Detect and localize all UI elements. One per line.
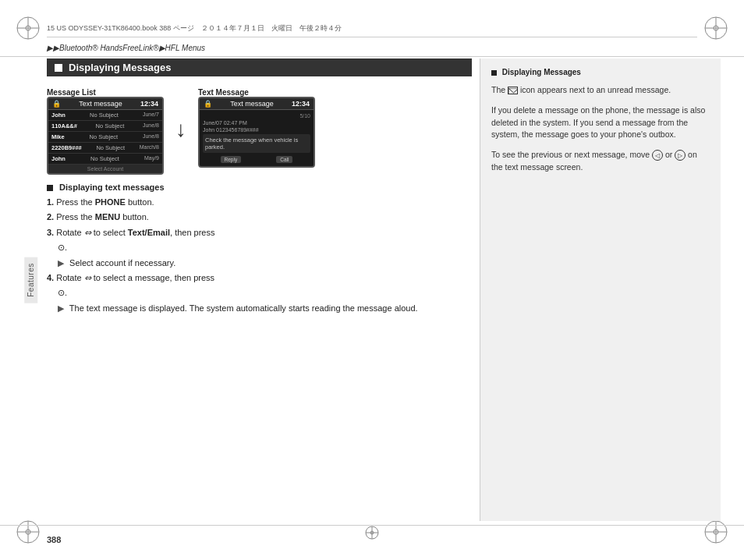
file-info: 15 US ODYSSEY-31TK86400.book 388 ページ ２０１…: [47, 23, 342, 34]
msg-content: Check the message when vehicle is parked…: [203, 134, 310, 153]
sidebar-label: Features: [24, 257, 37, 303]
corner-decoration-bl: [14, 518, 42, 546]
right-panel-para3: To see the previous or next message, mov…: [491, 149, 710, 174]
step-4b: ▶ The text message is displayed. The sys…: [47, 303, 472, 314]
reply-button-screen: Reply: [221, 156, 242, 163]
main-content: Displaying Messages Message List 🔒 Text …: [47, 58, 721, 521]
section-title: Displaying Messages: [69, 62, 172, 73]
steps-title-text: Displaying text messages: [59, 183, 165, 192]
section-header: Displaying Messages: [47, 58, 472, 76]
steps-bullet-icon: [47, 185, 53, 191]
arrow-down-icon: ↓: [175, 86, 186, 142]
step-3: 3. Rotate ⇔ to select Text/Email, then p…: [47, 227, 472, 239]
message-list-screen-container: Message List 🔒 Text message 12:34 John N…: [47, 86, 164, 175]
right-panel-title: Displaying Messages: [491, 66, 710, 78]
breadcrumb: ▶▶Bluetooth® HandsFreeLink®▶HFL Menus: [47, 44, 205, 52]
msg-progress: 5/10: [203, 113, 310, 119]
steps-area: Displaying text messages 1. Press the PH…: [47, 183, 472, 314]
msg-row-4: 2220B9### No Subject March/8: [48, 143, 162, 154]
step-4: 4. Rotate ⇔ to select a message, then pr…: [47, 272, 472, 284]
screen-time-text: 12:34: [292, 100, 310, 108]
header-square-icon: [55, 64, 62, 72]
left-dial-icon: ◁: [652, 150, 663, 161]
right-panel-title-text: Displaying Messages: [502, 68, 581, 76]
msg-row-3: Mike No Subject June/8: [48, 132, 162, 143]
text-message-screen-container: Text Message 🔒 Text message 12:34 5/10 J…: [198, 86, 315, 168]
corner-decoration-tr: [702, 14, 730, 42]
screen-footer-list: Select Account: [48, 165, 162, 173]
message-list-label: Message List: [47, 88, 164, 97]
call-button-screen: Call: [276, 156, 292, 163]
envelope-icon: [508, 87, 518, 94]
corner-decoration-br: [702, 518, 730, 546]
bottom-center-crosshair: [364, 525, 380, 543]
screen-title-list: Text message: [79, 100, 122, 108]
page-number: 388: [47, 535, 61, 544]
right-panel-para1: The icon appears next to an unread messa…: [491, 84, 710, 97]
screen-header-list: 🔒 Text message 12:34: [48, 98, 162, 110]
right-panel: Displaying Messages The icon appears nex…: [480, 58, 721, 521]
msg-row-5: John No Subject May/9: [48, 154, 162, 165]
screen-title-text: Text message: [230, 100, 274, 108]
top-meta-bar: 15 US ODYSSEY-31TK86400.book 388 ページ ２０１…: [47, 23, 697, 37]
corner-decoration-tl: [14, 14, 42, 42]
step-3a: ⊙.: [47, 242, 472, 253]
step-4a: ⊙.: [47, 287, 472, 299]
text-msg-body: 5/10 June/07 02:47 PM John 0123456789###…: [200, 110, 314, 166]
top-divider: [0, 56, 744, 57]
step-1: 1. Press the PHONE button.: [47, 197, 472, 208]
lock-icon-list: 🔒: [52, 100, 61, 108]
step-2: 2. Press the MENU button.: [47, 211, 472, 223]
msg-date: June/07 02:47 PM: [203, 120, 310, 126]
screens-area: Message List 🔒 Text message 12:34 John N…: [47, 86, 472, 175]
msg-row-2: 110A&&# No Subject June/8: [48, 121, 162, 132]
message-list-screen: 🔒 Text message 12:34 John No Subject Jun…: [47, 97, 164, 175]
screen-time-list: 12:34: [140, 100, 158, 108]
msg-from: John 0123456789####: [203, 127, 310, 133]
step-3b: ▶ Select account if necessary.: [47, 257, 472, 269]
msg-buttons: Reply Call: [203, 156, 310, 163]
left-panel: Displaying Messages Message List 🔒 Text …: [47, 58, 480, 521]
text-message-label: Text Message: [198, 88, 315, 97]
msg-row-1: John No Subject June/7: [48, 110, 162, 121]
right-panel-para2: If you delete a message on the phone, th…: [491, 105, 710, 141]
right-dial-icon: ▷: [675, 150, 686, 161]
screen-header-text: 🔒 Text message 12:34: [200, 98, 314, 110]
right-panel-bullet-icon: [491, 70, 497, 76]
steps-title: Displaying text messages: [47, 183, 472, 192]
text-message-screen: 🔒 Text message 12:34 5/10 June/07 02:47 …: [198, 97, 315, 168]
lock-icon-text: 🔒: [204, 100, 212, 108]
